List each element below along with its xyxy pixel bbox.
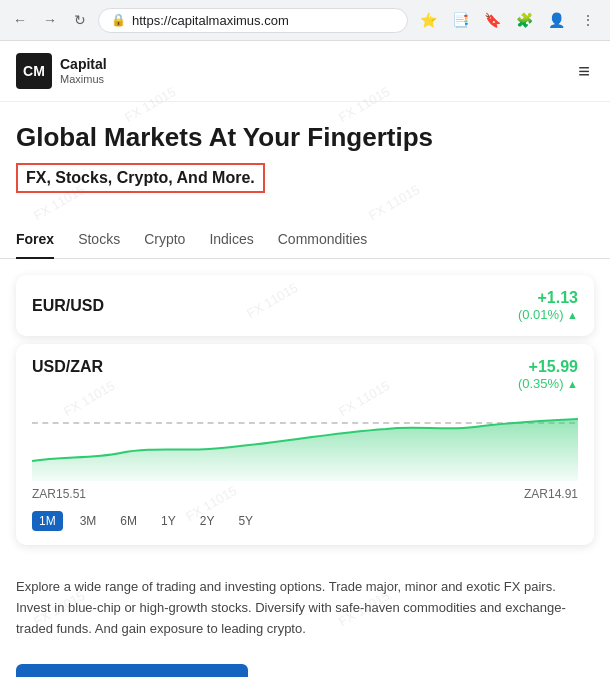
eurusd-card: EUR/USD +1.13 (0.01%) ▲ [16,275,594,336]
nav-tabs: Forex Stocks Crypto Indices Commondities [0,221,610,259]
usdzar-change-value: +15.99 [518,358,578,376]
url-text: https://capitalmaximus.com [132,13,395,28]
chart-area [32,401,578,481]
back-button[interactable]: ← [8,8,32,32]
eurusd-arrow-icon: ▲ [567,309,578,321]
usdzar-change-pct: (0.35%) ▲ [518,376,578,391]
site-header: CM Capital Maximus ≡ [0,41,610,102]
tab-commondities[interactable]: Commondities [278,221,367,259]
eurusd-change-pct: (0.01%) ▲ [518,307,578,322]
chart-fill [32,419,578,481]
hero-title: Global Markets At Your Fingertips [16,122,594,153]
market-section: EUR/USD +1.13 (0.01%) ▲ USD/ZAR +15.99 (… [0,259,610,577]
refresh-button[interactable]: ↻ [68,8,92,32]
profile-btn[interactable]: 👤 [542,6,570,34]
eurusd-pair: EUR/USD [32,297,104,315]
logo-icon: CM [16,53,52,89]
menu-btn[interactable]: ⋮ [574,6,602,34]
usdzar-pair: USD/ZAR [32,358,103,376]
tab-crypto[interactable]: Crypto [144,221,185,259]
tab-btn[interactable]: 📑 [446,6,474,34]
chart-timeframes: 1M 3M 6M 1Y 2Y 5Y [32,511,578,531]
eurusd-change: +1.13 (0.01%) ▲ [518,289,578,322]
browser-chrome: ← → ↻ 🔒 https://capitalmaximus.com ⭐ 📑 🔖… [0,0,610,41]
chart-svg [32,401,578,481]
usdzar-change: +15.99 (0.35%) ▲ [518,358,578,391]
tf-3m-button[interactable]: 3M [73,511,104,531]
logo-initials: CM [23,63,45,79]
usdzar-card: USD/ZAR +15.99 (0.35%) ▲ [16,344,594,545]
lock-icon: 🔒 [111,13,126,27]
tab-forex[interactable]: Forex [16,221,54,259]
hero-subtitle: FX, Stocks, Crypto, And More. [16,163,265,193]
hamburger-button[interactable]: ≡ [574,56,594,87]
tf-2y-button[interactable]: 2Y [193,511,222,531]
hero-section: Global Markets At Your Fingertips FX, St… [0,102,610,209]
tab-stocks[interactable]: Stocks [78,221,120,259]
eurusd-change-value: +1.13 [518,289,578,307]
logo-brand: Capital [60,56,107,73]
logo-sub: Maximus [60,73,107,86]
usdzar-arrow-icon: ▲ [567,378,578,390]
eurusd-row: EUR/USD +1.13 (0.01%) ▲ [32,289,578,322]
extension-btn[interactable]: 🧩 [510,6,538,34]
browser-actions: ⭐ 📑 🔖 🧩 👤 ⋮ [414,6,602,34]
build-portfolio-button[interactable]: Build Your Portfolio [16,664,248,677]
address-bar[interactable]: 🔒 https://capitalmaximus.com [98,8,408,33]
chart-labels: ZAR15.51 ZAR14.91 [32,487,578,501]
browser-toolbar: ← → ↻ 🔒 https://capitalmaximus.com ⭐ 📑 🔖… [0,0,610,40]
logo-text-block: Capital Maximus [60,56,107,86]
tf-5y-button[interactable]: 5Y [231,511,260,531]
description-text: Explore a wide range of trading and inve… [0,577,610,655]
chart-header: USD/ZAR +15.99 (0.35%) ▲ [32,358,578,391]
tf-6m-button[interactable]: 6M [113,511,144,531]
star-btn[interactable]: ⭐ [414,6,442,34]
tab-indices[interactable]: Indices [209,221,253,259]
logo: CM Capital Maximus [16,53,107,89]
cta-section: Build Your Portfolio [0,656,610,677]
tf-1m-button[interactable]: 1M [32,511,63,531]
forward-button[interactable]: → [38,8,62,32]
tf-1y-button[interactable]: 1Y [154,511,183,531]
bookmark-btn[interactable]: 🔖 [478,6,506,34]
page-content: FX 11015 FX 11015 FX 11015 FX 11015 FX 1… [0,41,610,677]
chart-label-high: ZAR15.51 [32,487,86,501]
chart-label-low: ZAR14.91 [524,487,578,501]
